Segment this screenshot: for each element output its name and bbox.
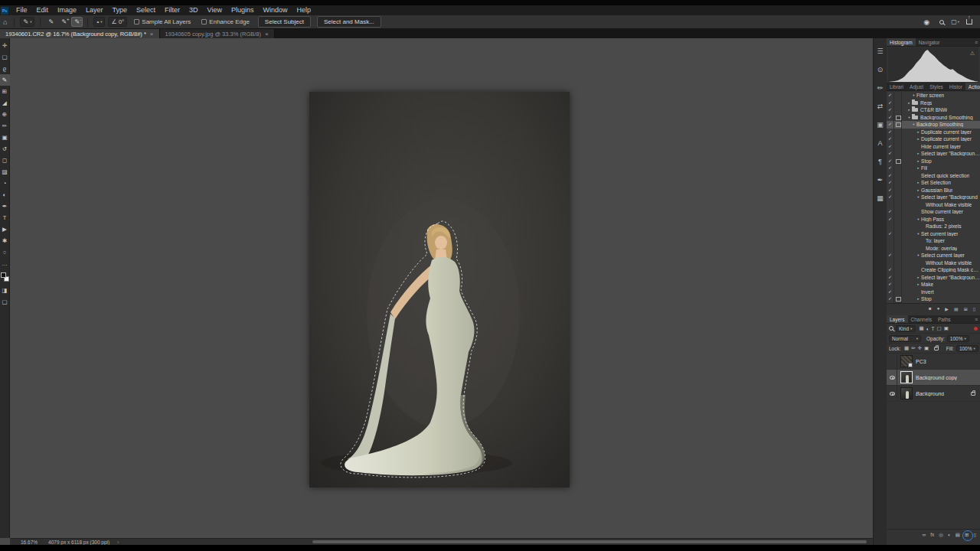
action-row[interactable]: ✓▾Select layer "Background <box>887 194 980 201</box>
subtract-from-selection-mode[interactable]: ✎- <box>71 17 83 27</box>
action-check-icon[interactable]: ✓ <box>887 216 894 223</box>
action-row[interactable]: Without Make visible <box>887 259 980 267</box>
lasso-tool[interactable]: ϱ <box>0 63 10 74</box>
action-row[interactable]: ✓▾Background Smoothing <box>887 114 980 122</box>
action-row[interactable]: ✓Invert <box>887 289 980 296</box>
record-icon[interactable]: ● <box>937 306 940 311</box>
select-and-mask-button[interactable]: Select and Mask... <box>317 16 381 28</box>
menu-help[interactable]: Help <box>292 5 316 15</box>
menu-plugins[interactable]: Plugins <box>227 5 259 15</box>
color-swatches[interactable] <box>1 272 9 282</box>
expand-arrow-icon[interactable]: ▸ <box>916 282 921 286</box>
action-row[interactable]: ✓▸CT&R BNW <box>887 106 980 114</box>
lock-transparency-icon[interactable]: ▦ <box>903 345 910 351</box>
action-check-icon[interactable]: ✓ <box>887 208 894 216</box>
action-row[interactable]: ✓▾Select current layer <box>887 252 980 259</box>
clone-stamp-tool[interactable]: ▣ <box>0 132 10 143</box>
action-dialog-toggle-icon[interactable] <box>894 158 902 165</box>
visibility-toggle[interactable] <box>888 370 897 385</box>
action-row[interactable]: ✓Select quick selection <box>887 172 980 180</box>
action-check-icon[interactable]: ✓ <box>887 172 894 180</box>
action-check-icon[interactable] <box>887 245 894 253</box>
action-check-icon[interactable]: ✓ <box>887 114 894 122</box>
properties-panel-icon[interactable]: ☰ <box>874 42 887 60</box>
filter-shape-layers-icon[interactable]: ▢ <box>936 325 942 331</box>
action-row[interactable]: ✓▸Make <box>887 281 980 289</box>
expand-arrow-icon[interactable]: ▾ <box>916 217 921 221</box>
action-check-icon[interactable]: ✓ <box>887 150 894 158</box>
pen-tool[interactable]: ✒ <box>0 201 10 212</box>
eraser-tool[interactable]: ◻ <box>0 155 10 166</box>
blend-mode-dropdown[interactable]: Normal ▾ <box>889 335 921 342</box>
action-check-icon[interactable] <box>887 259 894 267</box>
info-panel-icon[interactable]: ⊙ <box>874 60 887 79</box>
lock-all-icon[interactable] <box>934 347 939 350</box>
menu-image[interactable]: Image <box>53 5 81 15</box>
eye-icon[interactable] <box>890 392 895 396</box>
action-row[interactable]: ✓▸Select layer "Background ... <box>887 274 980 282</box>
lock-position-icon[interactable]: ✛ <box>916 345 923 351</box>
brush-tool[interactable]: ✏ <box>0 120 10 132</box>
paragraph-panel-icon[interactable]: ¶ <box>874 152 887 171</box>
healing-brush-tool[interactable]: ⊕ <box>0 109 10 120</box>
layer-thumbnail[interactable] <box>900 387 913 399</box>
layer-mask-icon[interactable]: ◎ <box>939 532 943 538</box>
layer-thumbnail[interactable] <box>900 355 913 367</box>
blur-tool[interactable]: ◔ <box>0 178 10 189</box>
action-check-icon[interactable]: ✓ <box>887 129 894 136</box>
expand-arrow-icon[interactable]: ▸ <box>906 101 912 105</box>
lock-artboard-icon[interactable]: ▣ <box>923 345 930 351</box>
new-selection-mode[interactable]: ✎ <box>45 17 57 27</box>
expand-arrow-icon[interactable]: ▸ <box>916 166 921 170</box>
quick-mask-icon[interactable]: ◨ <box>0 285 10 296</box>
layer-filter-kind-dropdown[interactable]: Kind ▾ <box>896 325 916 332</box>
screen-mode-icon[interactable]: ▢ <box>0 296 10 308</box>
tab-adjust[interactable]: Adjust <box>906 83 926 90</box>
delete-layer-icon[interactable]: ▯ <box>973 532 976 538</box>
action-row[interactable]: ✓Create Clipping Mask curr... <box>887 266 980 274</box>
action-row[interactable]: ✓▸Gaussian Blur <box>887 187 980 194</box>
menu-view[interactable]: View <box>203 5 227 15</box>
layer-effects-icon[interactable]: fx <box>930 532 934 537</box>
action-dialog-toggle-icon[interactable] <box>894 121 902 129</box>
link-layers-icon[interactable]: ∞ <box>923 532 926 537</box>
action-row[interactable]: To: layer <box>887 237 980 245</box>
brush-size-picker[interactable]: • ▾ <box>93 17 105 27</box>
quick-selection-tool[interactable]: ✎ <box>0 74 10 86</box>
action-check-icon[interactable]: ✓ <box>887 230 894 238</box>
opacity-dropdown[interactable]: 100% ▾ <box>947 335 969 342</box>
menu-select[interactable]: Select <box>132 5 160 15</box>
canvas[interactable] <box>10 38 873 538</box>
tool-preset-picker[interactable]: ✎ ▾ <box>20 17 34 27</box>
search-icon[interactable] <box>889 326 893 331</box>
dodge-tool[interactable]: ◐ <box>0 189 10 201</box>
layer-thumbnail[interactable] <box>900 371 913 383</box>
expand-arrow-icon[interactable]: ▸ <box>916 137 921 141</box>
action-check-icon[interactable]: ✓ <box>887 99 894 107</box>
action-check-icon[interactable]: ✓ <box>887 135 894 143</box>
menu-edit[interactable]: Edit <box>32 5 54 15</box>
action-check-icon[interactable]: ✓ <box>887 266 894 274</box>
expand-arrow-icon[interactable]: ▸ <box>916 181 921 184</box>
delete-action-icon[interactable]: ▯ <box>973 306 975 311</box>
action-check-icon[interactable]: ✓ <box>887 194 894 201</box>
menu-layer[interactable]: Layer <box>81 5 108 15</box>
expand-arrow-icon[interactable]: ▾ <box>911 122 916 126</box>
marquee-tool[interactable]: ▢ <box>0 51 10 63</box>
action-row[interactable]: ✓▾Backdrop Smoothing <box>887 121 980 129</box>
photo-document[interactable] <box>309 92 570 487</box>
action-row[interactable]: ✓▾Set current layer <box>887 230 980 238</box>
action-row[interactable]: ✓Show current layer <box>887 208 980 216</box>
adjustment-layer-icon[interactable]: ◐ <box>948 532 951 537</box>
share-icon[interactable] <box>966 19 972 24</box>
filter-smart-objects-icon[interactable]: ▣ <box>942 325 949 331</box>
action-check-icon[interactable]: ✓ <box>887 158 894 165</box>
expand-arrow-icon[interactable]: ▾ <box>916 232 921 236</box>
action-check-icon[interactable]: ✓ <box>887 121 894 129</box>
action-row[interactable]: Mode: overlay <box>887 245 980 253</box>
tab-layers[interactable]: Layers <box>887 315 908 323</box>
action-row[interactable]: ✓▸Set Selection <box>887 179 980 187</box>
action-row[interactable]: ✓▸Duplicate current layer <box>887 129 980 136</box>
action-row[interactable]: ✓▸Stop <box>887 295 980 303</box>
action-check-icon[interactable] <box>887 223 894 230</box>
